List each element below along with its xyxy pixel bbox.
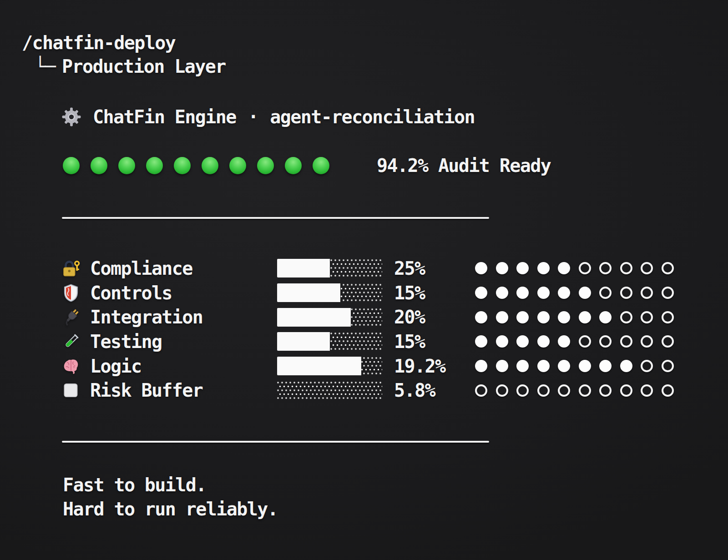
metric-label: Controls xyxy=(90,283,277,303)
status-dot-green xyxy=(91,157,107,174)
status-dot-green xyxy=(118,157,135,174)
score-dot-empty xyxy=(620,262,632,274)
score-dot-empty xyxy=(620,287,632,299)
metric-row: Logic19.2% xyxy=(61,354,676,378)
metric-score-dots xyxy=(475,384,676,397)
score-dot-filled xyxy=(579,360,591,372)
plug-icon xyxy=(61,308,81,327)
score-dot-empty xyxy=(641,360,653,372)
metric-score-dots xyxy=(475,311,676,323)
score-dot-filled xyxy=(537,287,550,299)
score-dot-empty xyxy=(641,262,653,274)
audit-ready-label: 94.2% Audit Ready xyxy=(377,155,551,176)
score-dot-empty xyxy=(662,262,674,274)
deploy-dashboard: /chatfin-deploy └─ Production Layer xyxy=(0,0,728,560)
footer-line-2: Hard to run reliably. xyxy=(63,497,278,521)
status-dot-green xyxy=(229,157,246,174)
metric-row: Compliance25% xyxy=(61,256,676,281)
score-dot-filled xyxy=(579,287,591,299)
metric-score-dots xyxy=(475,262,676,274)
status-dot-green xyxy=(63,157,80,174)
score-dot-empty xyxy=(475,384,487,397)
score-dot-filled xyxy=(475,311,487,323)
score-dot-empty xyxy=(620,384,632,397)
metric-row: Integration20% xyxy=(61,305,676,329)
score-dot-filled xyxy=(537,262,550,274)
metric-row: Risk Buffer5.8% xyxy=(61,378,676,403)
score-dot-filled xyxy=(558,360,570,372)
score-dot-empty xyxy=(579,262,591,274)
score-dot-empty xyxy=(662,335,674,348)
score-dot-filled xyxy=(496,335,508,348)
score-dot-filled xyxy=(537,360,550,372)
score-dot-empty xyxy=(641,287,653,299)
audit-status-row: 94.2% Audit Ready xyxy=(63,155,551,176)
score-dot-filled xyxy=(516,335,529,348)
shield-icon xyxy=(61,283,81,303)
metric-percent: 15% xyxy=(382,331,475,352)
metric-label: Risk Buffer xyxy=(90,380,277,401)
score-dot-empty xyxy=(599,335,612,348)
score-dot-empty xyxy=(641,311,653,323)
score-dot-empty xyxy=(599,384,612,397)
status-dot-green xyxy=(257,157,274,174)
metric-row: Testing15% xyxy=(61,329,676,354)
score-dot-filled xyxy=(558,335,570,348)
metric-bar xyxy=(277,381,382,400)
score-dot-filled xyxy=(537,311,550,323)
status-dot-green xyxy=(146,157,163,174)
score-dot-empty xyxy=(662,384,674,397)
metric-score-dots xyxy=(475,287,676,299)
score-dot-empty xyxy=(641,335,653,348)
score-dot-filled xyxy=(516,311,529,323)
score-dot-filled xyxy=(475,360,487,372)
score-dot-empty xyxy=(579,335,591,348)
square-icon xyxy=(61,381,81,400)
tree-branch-icon: └─ xyxy=(35,55,55,77)
metric-bar xyxy=(277,357,382,375)
score-dot-empty xyxy=(620,335,632,348)
score-dot-filled xyxy=(496,287,508,299)
metric-label: Testing xyxy=(90,331,277,352)
score-dot-filled xyxy=(599,311,612,323)
score-dot-filled xyxy=(579,311,591,323)
score-dot-filled xyxy=(496,360,508,372)
status-dot-green xyxy=(174,157,191,174)
score-dot-filled xyxy=(475,262,487,274)
gear-icon xyxy=(62,107,81,126)
metric-bar xyxy=(277,259,382,277)
breadcrumb: └─ Production Layer xyxy=(35,55,226,77)
divider-top xyxy=(62,217,489,219)
engine-name: ChatFin Engine xyxy=(93,106,236,127)
score-dot-empty xyxy=(516,384,529,397)
status-dot-green xyxy=(313,157,329,174)
engine-row: ChatFin Engine · agent-reconciliation xyxy=(62,106,475,127)
metric-bar-fill xyxy=(277,332,330,351)
metric-percent: 19.2% xyxy=(382,356,475,377)
score-dot-empty xyxy=(537,384,550,397)
metrics-table: Compliance25%Controls15%Integration20%Te… xyxy=(61,256,676,403)
metric-bar-fill xyxy=(277,357,361,375)
score-dot-empty xyxy=(662,311,674,323)
score-dot-empty xyxy=(496,384,508,397)
lock-icon xyxy=(61,259,81,278)
score-dot-empty xyxy=(558,384,570,397)
score-dot-filled xyxy=(516,262,529,274)
metric-bar-fill xyxy=(277,308,351,327)
score-dot-empty xyxy=(620,311,632,323)
score-dot-empty xyxy=(599,287,612,299)
score-dot-filled xyxy=(475,335,487,348)
score-dot-filled xyxy=(558,311,570,323)
score-dot-filled xyxy=(475,287,487,299)
score-dot-filled xyxy=(558,262,570,274)
test-tube-icon xyxy=(61,332,81,351)
metric-bar-fill xyxy=(277,259,330,277)
metric-percent: 5.8% xyxy=(382,380,475,401)
score-dot-filled xyxy=(516,360,529,372)
metric-percent: 20% xyxy=(382,307,475,328)
engine-tag: agent-reconciliation xyxy=(270,106,475,127)
metric-bar-fill xyxy=(277,283,340,302)
metric-bar xyxy=(277,308,382,327)
score-dot-empty xyxy=(662,360,674,372)
score-dot-filled xyxy=(599,360,612,372)
